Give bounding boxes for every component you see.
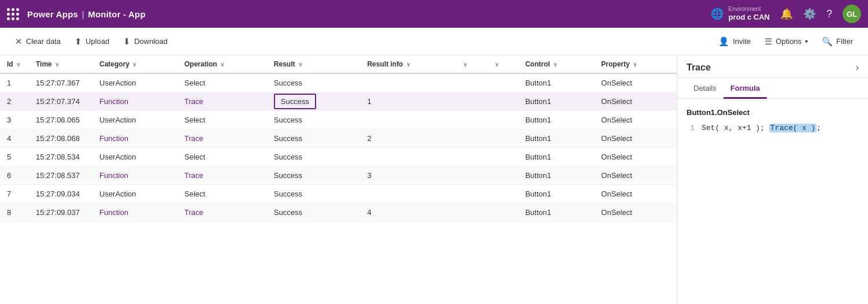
cell-result[interactable]: Success <box>267 203 361 222</box>
cell-time[interactable]: 15:27:08.065 <box>29 111 92 129</box>
table-row[interactable]: 515:27:08.534UserActionSelectSuccessButt… <box>0 148 677 166</box>
cell-result[interactable]: Success <box>267 129 361 148</box>
cell-operation[interactable]: Trace <box>177 92 267 111</box>
table-row[interactable]: 715:27:09.034UserActionSelectSuccessButt… <box>0 185 677 203</box>
col-property[interactable]: Property ∨ <box>594 55 677 73</box>
cell-result[interactable]: Success <box>267 166 361 185</box>
table-row[interactable]: 315:27:08.065UserActionSelectSuccessButt… <box>0 111 677 129</box>
cell-operation[interactable]: Select <box>177 148 267 166</box>
cell-control[interactable]: Button1 <box>518 111 594 129</box>
cell-control[interactable]: Button1 <box>518 166 594 185</box>
cell-time[interactable]: 15:27:07.374 <box>29 92 92 111</box>
cell-control[interactable]: Button1 <box>518 148 594 166</box>
cell-category[interactable]: UserAction <box>92 148 177 166</box>
col-operation[interactable]: Operation ∨ <box>177 55 267 73</box>
cell-category[interactable]: UserAction <box>92 111 177 129</box>
cell-control[interactable]: Button1 <box>518 203 594 222</box>
cell-col7[interactable] <box>455 92 487 111</box>
cell-property[interactable]: OnSelect <box>594 92 677 111</box>
cell-property[interactable]: OnSelect <box>594 166 677 185</box>
cell-col8[interactable] <box>487 129 518 148</box>
cell-time[interactable]: 15:27:08.534 <box>29 148 92 166</box>
cell-operation[interactable]: Select <box>177 73 267 92</box>
upload-button[interactable]: ⬆ Upload <box>69 33 115 50</box>
col-result[interactable]: Result ∨ <box>267 55 361 73</box>
cell-category[interactable]: UserAction <box>92 73 177 92</box>
cell-col7[interactable] <box>455 203 487 222</box>
cell-control[interactable]: Button1 <box>518 129 594 148</box>
cell-time[interactable]: 15:27:07.367 <box>29 73 92 92</box>
col-category[interactable]: Category ∨ <box>92 55 177 73</box>
cell-id[interactable]: 7 <box>0 185 29 203</box>
cell-result[interactable]: Success <box>267 148 361 166</box>
table-row[interactable]: 215:27:07.374FunctionTraceSuccess1Button… <box>0 92 677 111</box>
col-control[interactable]: Control ∨ <box>518 55 594 73</box>
table-row[interactable]: 615:27:08.537FunctionTraceSuccess3Button… <box>0 166 677 185</box>
notifications-icon[interactable]: 🔔 <box>780 8 793 20</box>
col-result-info[interactable]: Result info ∨ <box>360 55 455 73</box>
cell-result[interactable]: Success <box>267 92 361 111</box>
cell-time[interactable]: 15:27:08.537 <box>29 166 92 185</box>
table-row[interactable]: 415:27:08.068FunctionTraceSuccess2Button… <box>0 129 677 148</box>
cell-col7[interactable] <box>455 111 487 129</box>
cell-time[interactable]: 15:27:09.034 <box>29 185 92 203</box>
cell-result-info[interactable]: 3 <box>360 166 455 185</box>
settings-icon[interactable]: ⚙️ <box>803 8 816 20</box>
cell-control[interactable]: Button1 <box>518 92 594 111</box>
invite-button[interactable]: 👤 Invite <box>713 33 756 50</box>
panel-chevron-icon[interactable]: › <box>856 62 859 73</box>
col-id[interactable]: Id ∨ <box>0 55 29 73</box>
cell-col7[interactable] <box>455 73 487 92</box>
cell-operation[interactable]: Trace <box>177 129 267 148</box>
download-button[interactable]: ⬇ Download <box>117 33 173 50</box>
cell-col7[interactable] <box>455 129 487 148</box>
clear-data-button[interactable]: ✕ Clear data <box>9 33 66 50</box>
cell-id[interactable]: 3 <box>0 111 29 129</box>
cell-result[interactable]: Success <box>267 185 361 203</box>
table-row[interactable]: 815:27:09.037FunctionTraceSuccess4Button… <box>0 203 677 222</box>
options-button[interactable]: ☰ Options ▾ <box>759 33 814 50</box>
cell-category[interactable]: Function <box>92 166 177 185</box>
environment-block[interactable]: 🌐 Environment prod c CAN <box>711 6 770 22</box>
cell-result-info[interactable] <box>360 111 455 129</box>
filter-button[interactable]: 🔍 Filter <box>816 33 859 50</box>
cell-property[interactable]: OnSelect <box>594 73 677 92</box>
cell-col8[interactable] <box>487 166 518 185</box>
cell-control[interactable]: Button1 <box>518 185 594 203</box>
cell-operation[interactable]: Select <box>177 111 267 129</box>
cell-id[interactable]: 1 <box>0 73 29 92</box>
cell-operation[interactable]: Trace <box>177 166 267 185</box>
cell-col8[interactable] <box>487 92 518 111</box>
cell-id[interactable]: 2 <box>0 92 29 111</box>
cell-id[interactable]: 5 <box>0 148 29 166</box>
cell-operation[interactable]: Trace <box>177 203 267 222</box>
cell-time[interactable]: 15:27:08.068 <box>29 129 92 148</box>
cell-property[interactable]: OnSelect <box>594 111 677 129</box>
cell-time[interactable]: 15:27:09.037 <box>29 203 92 222</box>
cell-property[interactable]: OnSelect <box>594 129 677 148</box>
cell-property[interactable]: OnSelect <box>594 148 677 166</box>
cell-col8[interactable] <box>487 203 518 222</box>
cell-property[interactable]: OnSelect <box>594 185 677 203</box>
cell-id[interactable]: 6 <box>0 166 29 185</box>
cell-operation[interactable]: Select <box>177 185 267 203</box>
cell-result[interactable]: Success <box>267 73 361 92</box>
cell-col7[interactable] <box>455 148 487 166</box>
cell-result[interactable]: Success <box>267 111 361 129</box>
cell-id[interactable]: 4 <box>0 129 29 148</box>
cell-category[interactable]: Function <box>92 92 177 111</box>
app-grid-icon[interactable] <box>7 8 19 20</box>
cell-id[interactable]: 8 <box>0 203 29 222</box>
col-time[interactable]: Time ∨ <box>29 55 92 73</box>
cell-category[interactable]: UserAction <box>92 185 177 203</box>
table-row[interactable]: 115:27:07.367UserActionSelectSuccessButt… <box>0 73 677 92</box>
cell-result-info[interactable]: 4 <box>360 203 455 222</box>
cell-col8[interactable] <box>487 73 518 92</box>
cell-property[interactable]: OnSelect <box>594 203 677 222</box>
cell-result-info[interactable]: 1 <box>360 92 455 111</box>
cell-result-info[interactable] <box>360 73 455 92</box>
cell-col8[interactable] <box>487 148 518 166</box>
user-avatar[interactable]: GL <box>843 5 861 23</box>
cell-col8[interactable] <box>487 111 518 129</box>
cell-col7[interactable] <box>455 185 487 203</box>
